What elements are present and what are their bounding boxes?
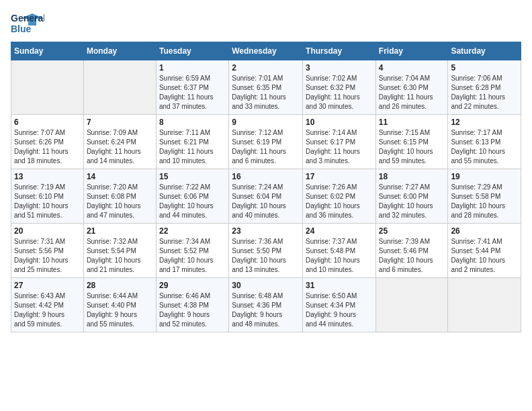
day-number: 14 bbox=[87, 172, 153, 181]
day-header-thursday: Thursday bbox=[303, 42, 376, 60]
day-info: Sunrise: 7:36 AM Sunset: 5:50 PM Dayligh… bbox=[232, 237, 300, 275]
day-info: Sunrise: 6:43 AM Sunset: 4:42 PM Dayligh… bbox=[14, 291, 81, 329]
day-info: Sunrise: 7:06 AM Sunset: 6:28 PM Dayligh… bbox=[451, 74, 518, 111]
calendar-cell: 17Sunrise: 7:26 AM Sunset: 6:02 PM Dayli… bbox=[303, 169, 376, 224]
calendar-table: SundayMondayTuesdayWednesdayThursdayFrid… bbox=[11, 42, 521, 332]
calendar-cell: 26Sunrise: 7:41 AM Sunset: 5:44 PM Dayli… bbox=[448, 224, 521, 278]
calendar-cell: 1Sunrise: 6:59 AM Sunset: 6:37 PM Daylig… bbox=[156, 60, 228, 115]
day-header-sunday: Sunday bbox=[11, 42, 84, 60]
calendar-cell: 10Sunrise: 7:14 AM Sunset: 6:17 PM Dayli… bbox=[303, 115, 376, 169]
calendar-cell: 13Sunrise: 7:19 AM Sunset: 6:10 PM Dayli… bbox=[11, 169, 84, 224]
day-number: 3 bbox=[306, 63, 373, 73]
day-number: 11 bbox=[379, 118, 445, 127]
week-row-1: 1Sunrise: 6:59 AM Sunset: 6:37 PM Daylig… bbox=[11, 60, 521, 115]
calendar-cell: 29Sunrise: 6:46 AM Sunset: 4:38 PM Dayli… bbox=[156, 278, 228, 332]
calendar-cell: 28Sunrise: 6:44 AM Sunset: 4:40 PM Dayli… bbox=[83, 278, 156, 332]
day-number: 10 bbox=[306, 118, 373, 127]
week-row-5: 27Sunrise: 6:43 AM Sunset: 4:42 PM Dayli… bbox=[11, 278, 521, 332]
calendar-cell: 24Sunrise: 7:37 AM Sunset: 5:48 PM Dayli… bbox=[303, 224, 376, 278]
calendar-cell bbox=[11, 60, 84, 115]
days-header-row: SundayMondayTuesdayWednesdayThursdayFrid… bbox=[11, 42, 521, 60]
calendar-cell: 2Sunrise: 7:01 AM Sunset: 6:35 PM Daylig… bbox=[229, 60, 303, 115]
svg-text:Blue: Blue bbox=[11, 24, 32, 34]
day-number: 22 bbox=[159, 226, 226, 236]
week-row-2: 6Sunrise: 7:07 AM Sunset: 6:26 PM Daylig… bbox=[11, 115, 521, 169]
calendar-cell: 9Sunrise: 7:12 AM Sunset: 6:19 PM Daylig… bbox=[229, 115, 303, 169]
day-info: Sunrise: 7:01 AM Sunset: 6:35 PM Dayligh… bbox=[232, 74, 300, 111]
calendar-cell: 18Sunrise: 7:27 AM Sunset: 6:00 PM Dayli… bbox=[375, 169, 448, 224]
calendar-cell: 27Sunrise: 6:43 AM Sunset: 4:42 PM Dayli… bbox=[11, 278, 84, 332]
day-info: Sunrise: 7:14 AM Sunset: 6:17 PM Dayligh… bbox=[306, 128, 373, 166]
day-number: 23 bbox=[232, 226, 300, 236]
day-info: Sunrise: 6:59 AM Sunset: 6:37 PM Dayligh… bbox=[159, 74, 226, 111]
calendar-cell: 8Sunrise: 7:11 AM Sunset: 6:21 PM Daylig… bbox=[156, 115, 228, 169]
day-header-saturday: Saturday bbox=[448, 42, 521, 60]
day-info: Sunrise: 7:07 AM Sunset: 6:26 PM Dayligh… bbox=[14, 128, 81, 166]
calendar-cell: 20Sunrise: 7:31 AM Sunset: 5:56 PM Dayli… bbox=[11, 224, 84, 278]
day-info: Sunrise: 6:50 AM Sunset: 4:34 PM Dayligh… bbox=[306, 291, 373, 329]
day-number: 6 bbox=[14, 118, 81, 127]
week-row-3: 13Sunrise: 7:19 AM Sunset: 6:10 PM Dayli… bbox=[11, 169, 521, 224]
day-number: 28 bbox=[87, 281, 153, 290]
day-info: Sunrise: 6:46 AM Sunset: 4:38 PM Dayligh… bbox=[159, 291, 226, 329]
calendar-cell bbox=[83, 60, 156, 115]
day-info: Sunrise: 7:20 AM Sunset: 6:08 PM Dayligh… bbox=[87, 183, 153, 220]
day-info: Sunrise: 7:12 AM Sunset: 6:19 PM Dayligh… bbox=[232, 128, 300, 166]
calendar-cell: 23Sunrise: 7:36 AM Sunset: 5:50 PM Dayli… bbox=[229, 224, 303, 278]
page-header: GeneralBlue bbox=[11, 11, 521, 36]
calendar-cell: 3Sunrise: 7:02 AM Sunset: 6:32 PM Daylig… bbox=[303, 60, 376, 115]
calendar-cell: 7Sunrise: 7:09 AM Sunset: 6:24 PM Daylig… bbox=[83, 115, 156, 169]
day-info: Sunrise: 7:29 AM Sunset: 5:58 PM Dayligh… bbox=[451, 183, 518, 220]
calendar-cell: 31Sunrise: 6:50 AM Sunset: 4:34 PM Dayli… bbox=[303, 278, 376, 332]
calendar-cell: 16Sunrise: 7:24 AM Sunset: 6:04 PM Dayli… bbox=[229, 169, 303, 224]
svg-text:General: General bbox=[11, 13, 44, 24]
calendar-cell bbox=[375, 278, 448, 332]
day-info: Sunrise: 7:26 AM Sunset: 6:02 PM Dayligh… bbox=[306, 183, 373, 220]
day-header-tuesday: Tuesday bbox=[156, 42, 228, 60]
day-number: 4 bbox=[379, 63, 445, 73]
day-info: Sunrise: 7:15 AM Sunset: 6:15 PM Dayligh… bbox=[379, 128, 445, 166]
day-number: 13 bbox=[14, 172, 81, 181]
day-info: Sunrise: 7:22 AM Sunset: 6:06 PM Dayligh… bbox=[159, 183, 226, 220]
day-number: 26 bbox=[451, 226, 518, 236]
day-number: 5 bbox=[451, 63, 518, 73]
day-info: Sunrise: 6:44 AM Sunset: 4:40 PM Dayligh… bbox=[87, 291, 153, 329]
day-info: Sunrise: 7:37 AM Sunset: 5:48 PM Dayligh… bbox=[306, 237, 373, 275]
day-number: 18 bbox=[379, 172, 445, 181]
day-info: Sunrise: 7:27 AM Sunset: 6:00 PM Dayligh… bbox=[379, 183, 445, 220]
calendar-cell: 5Sunrise: 7:06 AM Sunset: 6:28 PM Daylig… bbox=[448, 60, 521, 115]
week-row-4: 20Sunrise: 7:31 AM Sunset: 5:56 PM Dayli… bbox=[11, 224, 521, 278]
day-info: Sunrise: 7:39 AM Sunset: 5:46 PM Dayligh… bbox=[379, 237, 445, 275]
day-header-monday: Monday bbox=[83, 42, 156, 60]
day-info: Sunrise: 7:34 AM Sunset: 5:52 PM Dayligh… bbox=[159, 237, 226, 275]
day-info: Sunrise: 7:11 AM Sunset: 6:21 PM Dayligh… bbox=[159, 128, 226, 166]
day-number: 2 bbox=[232, 63, 300, 73]
calendar-cell: 22Sunrise: 7:34 AM Sunset: 5:52 PM Dayli… bbox=[156, 224, 228, 278]
calendar-cell: 30Sunrise: 6:48 AM Sunset: 4:36 PM Dayli… bbox=[229, 278, 303, 332]
logo-svg: GeneralBlue bbox=[11, 11, 44, 36]
day-header-friday: Friday bbox=[375, 42, 448, 60]
calendar-cell: 21Sunrise: 7:32 AM Sunset: 5:54 PM Dayli… bbox=[83, 224, 156, 278]
day-info: Sunrise: 6:48 AM Sunset: 4:36 PM Dayligh… bbox=[232, 291, 300, 329]
day-number: 7 bbox=[87, 118, 153, 127]
day-info: Sunrise: 7:24 AM Sunset: 6:04 PM Dayligh… bbox=[232, 183, 300, 220]
calendar-cell bbox=[448, 278, 521, 332]
day-number: 29 bbox=[159, 281, 226, 290]
day-number: 27 bbox=[14, 281, 81, 290]
day-info: Sunrise: 7:19 AM Sunset: 6:10 PM Dayligh… bbox=[14, 183, 81, 220]
calendar-cell: 11Sunrise: 7:15 AM Sunset: 6:15 PM Dayli… bbox=[375, 115, 448, 169]
calendar-cell: 6Sunrise: 7:07 AM Sunset: 6:26 PM Daylig… bbox=[11, 115, 84, 169]
day-number: 19 bbox=[451, 172, 518, 181]
calendar-cell: 15Sunrise: 7:22 AM Sunset: 6:06 PM Dayli… bbox=[156, 169, 228, 224]
day-number: 9 bbox=[232, 118, 300, 127]
day-info: Sunrise: 7:09 AM Sunset: 6:24 PM Dayligh… bbox=[87, 128, 153, 166]
calendar-cell: 25Sunrise: 7:39 AM Sunset: 5:46 PM Dayli… bbox=[375, 224, 448, 278]
day-info: Sunrise: 7:31 AM Sunset: 5:56 PM Dayligh… bbox=[14, 237, 81, 275]
logo: GeneralBlue bbox=[11, 11, 44, 36]
day-number: 24 bbox=[306, 226, 373, 236]
day-number: 16 bbox=[232, 172, 300, 181]
day-header-wednesday: Wednesday bbox=[229, 42, 303, 60]
calendar-cell: 4Sunrise: 7:04 AM Sunset: 6:30 PM Daylig… bbox=[375, 60, 448, 115]
day-number: 15 bbox=[159, 172, 226, 181]
day-number: 8 bbox=[159, 118, 226, 127]
